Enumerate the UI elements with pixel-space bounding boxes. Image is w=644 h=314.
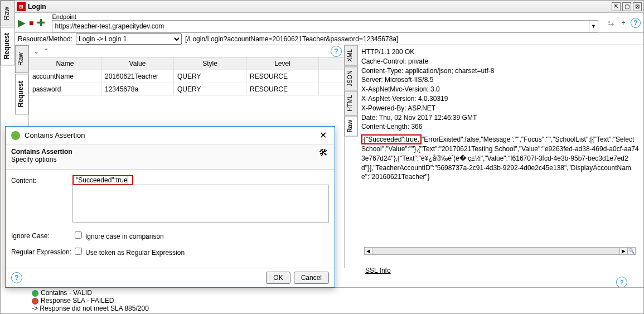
resp-tab-json[interactable]: JSON [345,66,358,90]
param-table-header: Name Value Style Level [29,57,344,70]
scroll-left-icon[interactable]: ◀ [365,248,372,254]
toolbar-help-icon[interactable]: ? [631,18,641,28]
assertion-panel: Contains - VALID Response SLA - FAILED -… [30,287,643,313]
response-header-line: Content-Length: 366 [361,122,640,132]
endpoint-label: Endpoint [52,13,598,20]
dialog-icon [11,131,20,140]
regex-checkbox[interactable] [75,248,82,255]
cancel-button[interactable]: Cancel [294,272,329,284]
col-name: Name [29,57,101,70]
run-icon[interactable]: ▶ [18,17,26,29]
collapse-icon[interactable]: ⌃ [43,47,49,55]
ignore-case-option[interactable]: Ignore case in comparison [72,230,164,240]
resp-tab-raw[interactable]: Raw [345,116,358,137]
status-dot-red [32,298,38,305]
ignore-case-label: Ignore Case: [11,230,72,240]
resource-method-label: Resource/Method: [18,35,72,43]
ignore-case-checkbox[interactable] [75,231,82,239]
json-highlight: {"Succeeded":true, [361,134,422,144]
app-icon: ⊞ [17,2,26,11]
window-titlebar: ⊞ Login ⇱ ▢ ⊠ [15,1,643,13]
content-textarea[interactable] [72,185,329,223]
response-header-line: Cache-Control: private [361,57,640,66]
response-header-line: Date: Thu, 02 Nov 2017 12:46:39 GMT [361,113,640,123]
close-icon[interactable]: ✕ [317,130,329,141]
endpoint-dropdown-icon[interactable]: ▼ [589,20,598,32]
endpoint-input[interactable] [52,20,589,32]
content-label: Content: [11,175,72,185]
col-value: Value [101,57,174,70]
expand-icon[interactable]: ⌄ [33,47,39,55]
tab-raw[interactable]: Raw [1,1,15,26]
window-title: Login [28,3,46,11]
response-scrollbar[interactable]: ◀ ▶ 🔍 [364,247,636,255]
window-maximize-icon[interactable]: ▢ [622,2,631,11]
table-row[interactable]: accountName 20160621Teacher QUERY RESOUR… [29,70,344,83]
tab-request[interactable]: Request [1,27,15,65]
resp-tab-xml[interactable]: XML [345,45,358,66]
wrench-icon[interactable]: 🛠 [319,148,329,158]
assertion-row[interactable]: Response SLA - FAILED [32,297,641,305]
dialog-subtitle: Contains Assertion [11,148,319,156]
window-undock-icon[interactable]: ⇱ [612,2,621,11]
response-body: HTTP/1.1 200 OK Cache-Control: private C… [358,45,643,268]
add-icon[interactable]: ✚ [37,17,45,29]
assertion-row[interactable]: Contains - VALID [32,289,641,297]
response-header-line: X-Powered-By: ASP.NET [361,104,640,113]
toolbar-extra-icon[interactable]: ⇆ [606,18,616,28]
toolbar-add-icon[interactable]: + [618,18,628,28]
status-dot-green [32,290,38,297]
response-vertical-tabs: XML JSON HTML Raw [345,45,358,268]
window-close-icon[interactable]: ⊠ [633,2,642,11]
param-tab-raw[interactable]: Raw [15,45,28,73]
regex-option[interactable]: Use token as Regular Expression [72,246,185,257]
stop-icon[interactable]: ■ [29,18,33,27]
dialog-description: Specify options [11,156,319,163]
scroll-search-icon[interactable]: 🔍 [627,248,635,254]
contains-assertion-dialog: Contains Assertion ✕ Contains Assertion … [5,126,335,288]
response-header-line: Content-Type: application/json; charset=… [361,66,640,76]
scroll-right-icon[interactable]: ▶ [619,248,627,254]
response-json[interactable]: {"Succeeded":true,"ErrorExisted":false,"… [361,135,640,182]
help-icon: ? [616,277,627,288]
ssl-info-link[interactable]: SSL Info [365,267,391,274]
response-header-line: X-AspNet-Version: 4.0.30319 [361,94,640,104]
response-header-line: Server: Microsoft-IIS/8.5 [361,75,640,85]
dialog-title: Contains Assertion [25,131,85,139]
resp-tab-html[interactable]: HTML [345,91,358,115]
col-style: Style [174,57,246,70]
param-help-icon[interactable]: ? [331,46,342,57]
content-highlight: "Succeeded":true [72,175,133,185]
param-tab-request[interactable]: Request [15,74,28,114]
response-header-line: X-AspNetMvc-Version: 3.0 [361,85,640,94]
regex-label: Regular Expression: [11,247,72,256]
col-level: Level [246,57,319,70]
table-row[interactable]: password 12345678a QUERY RESOURCE [29,83,344,96]
request-toolbar: ▶ ■ ✚ Endpoint ▼ ⇆ + ? [15,13,643,33]
resource-method-select[interactable]: Login -> Login 1 [76,33,182,45]
response-header-line: HTTP/1.1 200 OK [361,47,640,57]
resource-method-path: [/Login/Login?accountName=20160621Teache… [185,35,398,43]
ok-button[interactable]: OK [266,272,290,284]
assertion-detail: -> Response did not meet SLA 885/200 [32,305,641,312]
resource-method-row: Resource/Method: Login -> Login 1 [/Logi… [15,33,643,45]
dialog-help-icon[interactable]: ? [11,272,22,283]
